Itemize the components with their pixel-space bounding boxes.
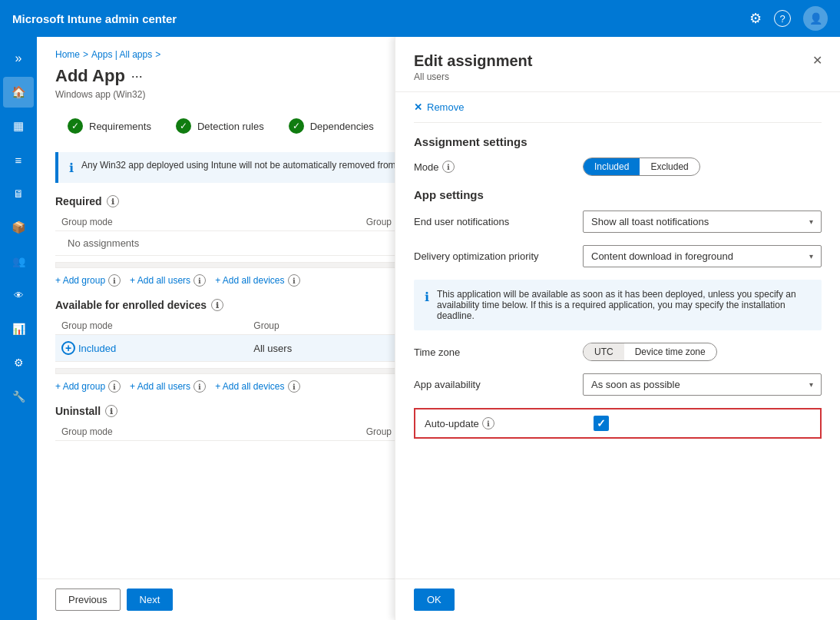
mode-info-icon[interactable]: ℹ bbox=[442, 161, 455, 173]
remove-button[interactable]: ✕ Remove bbox=[414, 92, 822, 123]
required-col-group-mode: Group mode bbox=[55, 214, 360, 231]
wizard-step-requirements[interactable]: ✓ Requirements bbox=[55, 112, 164, 140]
mode-excluded-option[interactable]: Excluded bbox=[640, 158, 699, 175]
ok-button[interactable]: OK bbox=[414, 589, 455, 611]
edit-panel-footer: OK bbox=[395, 579, 840, 620]
bottom-bar: Previous Next bbox=[37, 579, 441, 620]
delivery-optimization-value: Content download in foreground bbox=[591, 250, 733, 262]
required-add-users-info[interactable]: ℹ bbox=[193, 274, 206, 287]
expand-icon: » bbox=[15, 51, 22, 65]
end-user-notifications-label: End user notifications bbox=[414, 216, 583, 227]
required-add-users[interactable]: + Add all users bbox=[130, 275, 190, 286]
breadcrumb-sep2: > bbox=[155, 49, 160, 60]
app-availability-row: App availability As soon as possible ▾ bbox=[414, 373, 822, 396]
list-icon: ≡ bbox=[15, 154, 22, 167]
wizard-step-dependencies[interactable]: ✓ Dependencies bbox=[276, 112, 386, 140]
time-zone-label: Time zone bbox=[414, 346, 583, 358]
settings-icon[interactable]: ⚙ bbox=[749, 10, 762, 27]
edit-panel-body: ✕ Remove Assignment settings Mode ℹ Incl… bbox=[395, 92, 840, 579]
end-user-notifications-value: Show all toast notifications bbox=[591, 216, 709, 227]
required-add-group[interactable]: + Add group bbox=[55, 275, 105, 286]
wizard-step-detection[interactable]: ✓ Detection rules bbox=[164, 112, 276, 140]
available-row-group: All users bbox=[247, 335, 392, 362]
sidebar-item-groups[interactable]: 👁 bbox=[3, 280, 34, 310]
auto-update-label: Auto-update ℹ bbox=[425, 417, 594, 429]
delivery-optimization-row: Delivery optimization priority Content d… bbox=[414, 245, 822, 267]
admin-icon: ⚙ bbox=[14, 356, 24, 369]
required-add-devices-info[interactable]: ℹ bbox=[288, 274, 300, 287]
sidebar-item-tools[interactable]: 🔧 bbox=[3, 381, 34, 412]
close-panel-button[interactable]: ✕ bbox=[806, 49, 828, 71]
required-add-group-info[interactable]: ℹ bbox=[108, 274, 121, 287]
assignment-settings-title: Assignment settings bbox=[414, 135, 822, 148]
sidebar-item-reports[interactable]: 📊 bbox=[3, 313, 34, 344]
required-info-icon[interactable]: ℹ bbox=[107, 195, 119, 207]
available-row-group-mode: + Included bbox=[55, 335, 247, 362]
available-add-users[interactable]: + Add all users bbox=[130, 381, 190, 392]
mode-included-option[interactable]: Included bbox=[584, 158, 640, 175]
available-add-devices-info[interactable]: ℹ bbox=[288, 380, 300, 393]
available-add-users-info[interactable]: ℹ bbox=[193, 380, 206, 393]
app-availability-value: As soon as possible bbox=[591, 379, 680, 390]
app-settings-section: App settings End user notifications Show… bbox=[414, 188, 822, 439]
app-info-text: This application will be available as so… bbox=[437, 289, 811, 321]
available-title: Available for enrolled devices bbox=[55, 299, 207, 311]
app-settings-title: App settings bbox=[414, 188, 822, 201]
time-zone-row: Time zone UTC Device time zone bbox=[414, 343, 822, 361]
sidebar-item-admin[interactable]: ⚙ bbox=[3, 347, 34, 378]
app-availability-label: App availability bbox=[414, 379, 583, 390]
app-availability-dropdown[interactable]: As soon as possible ▾ bbox=[583, 373, 822, 396]
delivery-optimization-label: Delivery optimization priority bbox=[414, 250, 583, 262]
sidebar-item-devices[interactable]: 🖥 bbox=[3, 178, 34, 209]
top-bar-title: Microsoft Intune admin center bbox=[12, 12, 740, 25]
users-icon: 👥 bbox=[12, 255, 25, 267]
more-options-button[interactable]: ··· bbox=[131, 68, 143, 85]
sidebar: » 🏠 ▦ ≡ 🖥 📦 👥 👁 📊 ⚙ 🔧 bbox=[0, 37, 37, 620]
help-icon[interactable]: ? bbox=[774, 10, 791, 27]
auto-update-info-icon[interactable]: ℹ bbox=[482, 417, 494, 429]
sidebar-item-dashboard[interactable]: ▦ bbox=[3, 111, 34, 141]
required-title: Required bbox=[55, 195, 102, 207]
sidebar-expand[interactable]: » bbox=[3, 43, 34, 74]
detection-check-icon: ✓ bbox=[176, 118, 191, 134]
end-user-notifications-dropdown[interactable]: Show all toast notifications ▾ bbox=[583, 211, 822, 233]
sidebar-item-users[interactable]: 👥 bbox=[3, 246, 34, 277]
available-add-group-info[interactable]: ℹ bbox=[108, 380, 121, 393]
requirements-label: Requirements bbox=[89, 121, 151, 132]
available-col-group-mode: Group mode bbox=[55, 317, 247, 335]
sidebar-item-home[interactable]: 🏠 bbox=[3, 77, 34, 108]
sidebar-item-list[interactable]: ≡ bbox=[3, 144, 34, 175]
tools-icon: 🔧 bbox=[12, 390, 25, 403]
utc-option[interactable]: UTC bbox=[584, 343, 624, 360]
included-label: Included bbox=[78, 343, 116, 354]
breadcrumb-home[interactable]: Home bbox=[55, 49, 80, 60]
app-info-icon: ℹ bbox=[425, 290, 429, 321]
reports-icon: 📊 bbox=[12, 323, 25, 335]
dashboard-icon: ▦ bbox=[13, 119, 24, 133]
previous-button[interactable]: Previous bbox=[55, 589, 121, 611]
requirements-check-icon: ✓ bbox=[68, 118, 83, 134]
end-user-notifications-chevron: ▾ bbox=[809, 217, 813, 226]
edit-panel-title: Edit assignment bbox=[414, 52, 822, 70]
user-avatar[interactable]: 👤 bbox=[803, 6, 828, 31]
detection-label: Detection rules bbox=[197, 121, 264, 132]
available-add-group[interactable]: + Add group bbox=[55, 381, 105, 392]
page-title: Add App bbox=[55, 66, 125, 86]
mode-field-row: Mode ℹ Included Excluded bbox=[414, 157, 822, 176]
assignment-settings-section: Assignment settings Mode ℹ Included Excl… bbox=[414, 135, 822, 176]
auto-update-checkbox[interactable]: ✓ bbox=[594, 416, 609, 431]
breadcrumb-apps[interactable]: Apps | All apps bbox=[91, 49, 152, 60]
uninstall-info-icon[interactable]: ℹ bbox=[105, 405, 117, 417]
available-info-icon[interactable]: ℹ bbox=[211, 299, 223, 311]
next-button[interactable]: Next bbox=[127, 589, 174, 611]
sidebar-item-apps[interactable]: 📦 bbox=[3, 212, 34, 243]
content-area: Home > Apps | All apps > Add App ··· Win… bbox=[37, 37, 840, 620]
available-add-devices[interactable]: + Add all devices bbox=[215, 381, 284, 392]
device-time-zone-option[interactable]: Device time zone bbox=[624, 343, 716, 360]
auto-update-row: Auto-update ℹ ✓ bbox=[414, 408, 822, 439]
home-icon: 🏠 bbox=[12, 85, 26, 99]
required-add-devices[interactable]: + Add all devices bbox=[215, 275, 284, 286]
delivery-optimization-dropdown[interactable]: Content download in foreground ▾ bbox=[583, 245, 822, 267]
included-circle-icon: + bbox=[61, 341, 75, 355]
end-user-notifications-row: End user notifications Show all toast no… bbox=[414, 211, 822, 233]
